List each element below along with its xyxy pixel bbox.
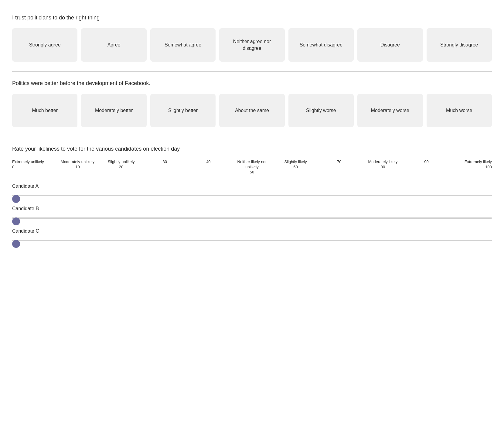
option-q1-agree[interactable]: Agree <box>81 28 146 62</box>
candidate-c-label: Candidate C <box>12 228 492 234</box>
scale-label-0: Extremely unlikely0 <box>12 159 56 175</box>
question-3-title: Rate your likeliness to vote for the var… <box>12 146 492 152</box>
scale-label-100: Extremely likely100 <box>448 159 492 175</box>
survey-container: I trust politicians to do the right thin… <box>0 0 504 267</box>
question-2-options: Much betterModerately betterSlightly bet… <box>12 94 492 127</box>
question-1-options: Strongly agreeAgreeSomewhat agreeNeither… <box>12 28 492 62</box>
candidate-c-row: Candidate C <box>12 228 492 242</box>
candidate-b-label: Candidate B <box>12 206 492 211</box>
scale-label-50: Neither likely nor unlikely50 <box>230 159 274 175</box>
option-q2-moderately-worse[interactable]: Moderately worse <box>357 94 423 127</box>
scale-label-60: Slightly likely60 <box>274 159 318 175</box>
option-q2-moderately-better[interactable]: Moderately better <box>81 94 146 127</box>
candidates-container: Candidate ACandidate BCandidate C <box>12 183 492 242</box>
scale-label-10: Moderately unlikely10 <box>56 159 100 175</box>
candidate-b-slider[interactable] <box>12 217 492 219</box>
question-1-title: I trust politicians to do the right thin… <box>12 15 492 21</box>
scale-label-90: 90 <box>405 159 448 175</box>
scale-label-40: 40 <box>187 159 230 175</box>
option-q1-somewhat-disagree[interactable]: Somewhat disagree <box>288 28 354 62</box>
candidate-c-slider-wrapper <box>12 237 492 242</box>
option-q2-about-same[interactable]: About the same <box>219 94 284 127</box>
option-q1-strongly-disagree[interactable]: Strongly disagree <box>427 28 492 62</box>
candidate-a-label: Candidate A <box>12 183 492 189</box>
question-2-section: Politics were better before the developm… <box>12 72 492 137</box>
option-q2-much-better[interactable]: Much better <box>12 94 77 127</box>
option-q2-slightly-better[interactable]: Slightly better <box>150 94 216 127</box>
scale-label-80: Moderately likely80 <box>361 159 405 175</box>
candidate-a-row: Candidate A <box>12 183 492 197</box>
option-q1-neither[interactable]: Neither agree nor disagree <box>219 28 284 62</box>
option-q2-slightly-worse[interactable]: Slightly worse <box>288 94 354 127</box>
candidate-a-slider[interactable] <box>12 195 492 196</box>
scale-labels-row: Extremely unlikely0Moderately unlikely10… <box>12 159 492 175</box>
option-q1-somewhat-agree[interactable]: Somewhat agree <box>150 28 216 62</box>
candidate-b-row: Candidate B <box>12 206 492 220</box>
candidate-a-slider-wrapper <box>12 192 492 197</box>
question-3-section: Rate your likeliness to vote for the var… <box>12 137 492 261</box>
scale-label-70: 70 <box>317 159 361 175</box>
option-q1-strongly-agree[interactable]: Strongly agree <box>12 28 77 62</box>
option-q1-disagree[interactable]: Disagree <box>357 28 423 62</box>
candidate-b-slider-wrapper <box>12 214 492 220</box>
scale-label-20: Slightly unlikely20 <box>99 159 143 175</box>
question-1-section: I trust politicians to do the right thin… <box>12 6 492 72</box>
scale-label-30: 30 <box>143 159 187 175</box>
candidate-c-slider[interactable] <box>12 240 492 241</box>
option-q2-much-worse[interactable]: Much worse <box>427 94 492 127</box>
question-2-title: Politics were better before the developm… <box>12 80 492 87</box>
